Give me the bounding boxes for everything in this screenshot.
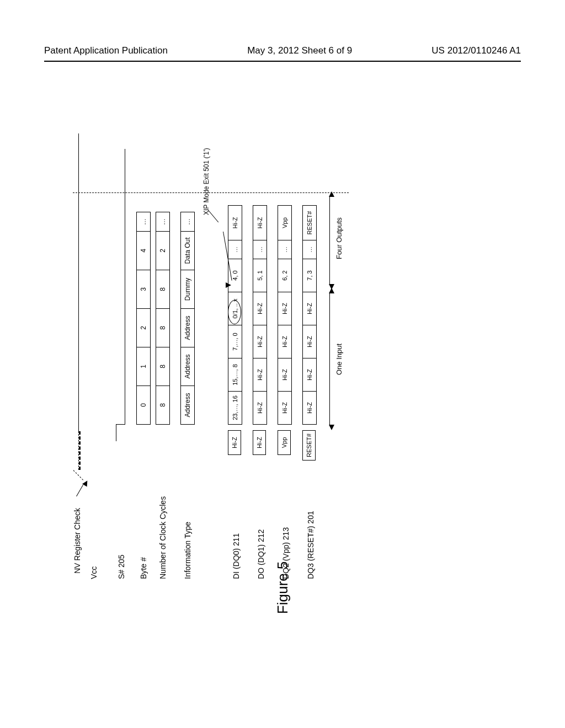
byte-c5: … [137,212,150,231]
header-center: May 3, 2012 Sheet 6 of 9 [247,45,352,56]
s-num-label: S# 205 [117,555,126,579]
dq2-row: Hi-Z Hi-Z Hi-Z Hi-Z 6, 2 … Vpp [278,205,292,425]
di-lead: Hi-Z [228,430,241,455]
dq3-c4: 7, 3 [303,259,316,292]
di-c1: 15,…, 8 [228,358,242,391]
figure-label: Figure 5 [274,561,291,614]
nv-register-check-label: NV Register Check [73,508,82,574]
dq2-c0: Hi-Z [278,391,291,424]
clk-c3: 8 [156,270,169,308]
dq3-lead: RESET# [302,430,316,461]
di-c0: 23,…, 16 [228,391,242,424]
one-input-label: One Input [335,344,343,375]
s-fall [116,424,125,425]
right-dashed-divider [73,192,349,193]
clk-row: 8 8 8 8 2 … [156,212,170,425]
info-label: Information Type [183,522,192,579]
header-rule [44,61,521,62]
dq3-c3: Hi-Z [303,292,316,325]
byte-c0: 0 [137,386,150,424]
di-label: DI (DQ0) 211 [232,533,241,579]
dq2-c2: Hi-Z [278,325,291,358]
dq3-label: DQ3 (RESET#) 201 [306,511,315,579]
info-c5: … [181,212,194,231]
header-left: Patent Application Publication [44,45,168,56]
dq2-lead: Vpp [278,430,291,455]
di-c2: 7,…, 0 [228,325,242,358]
clk-c5: … [156,212,169,231]
dq3-c0: Hi-Z [303,391,316,424]
do-c1: Hi-Z [253,358,266,391]
header-right: US 2012/0110246 A1 [431,45,521,56]
do-row: Hi-Z Hi-Z Hi-Z Hi-Z 5, 1 … Hi-Z [253,205,267,425]
info-c2: Address [181,308,194,347]
dq3-c5: … [303,240,316,259]
timing-diagram: NV Register Check Vcc S# 205 Byte # 0 1 … [73,110,492,579]
clk-c0: 8 [156,386,169,424]
byte-c2: 2 [137,308,150,347]
dq3-c1: Hi-Z [303,358,316,391]
byte-c4: 4 [137,231,150,270]
do-c6: Hi-Z [253,206,266,240]
do-c3: Hi-Z [253,292,266,325]
s-lo [125,149,125,425]
dq2-c5: … [278,240,291,259]
do-c4: 5, 1 [253,259,266,292]
vcc-label: Vcc [89,566,98,579]
clk-label: Number of Clock Cycles [158,496,167,579]
do-label: DO (DQ1) 212 [257,529,265,579]
dq2-c3: Hi-Z [278,292,291,325]
do-lead: Hi-Z [253,430,266,455]
clk-c4: 2 [156,231,169,270]
di-c6: Hi-Z [228,206,242,240]
dq2-c1: Hi-Z [278,358,291,391]
four-outputs-line [329,196,330,284]
di-c4: 4, 0 [228,259,242,292]
info-c3: Dummy [181,270,194,308]
one-input-line [329,292,330,425]
clk-c2: 8 [156,308,169,347]
nv-register-check-arrow [76,480,87,496]
vcc-rise [73,470,83,480]
byte-num-label: Byte # [139,557,148,579]
dq3-c2: Hi-Z [303,325,316,358]
vcc-line-solid [78,133,79,431]
xip-ellipse [228,300,241,324]
four-outputs-label: Four Outputs [335,217,343,259]
page-header: Patent Application Publication May 3, 20… [44,45,521,56]
byte-c1: 1 [137,347,150,386]
dq3-c6: RESET# [303,206,316,240]
byte-c3: 3 [137,270,150,308]
dq2-c6: Vpp [278,206,291,240]
do-c5: … [253,240,266,259]
info-row: Address Address Address Dummy Data Out … [180,212,195,425]
info-c4: Data Out [181,231,194,270]
info-c0: Address [181,386,194,424]
dq2-c4: 6, 2 [278,259,291,292]
xip-exit-leader2 [207,210,218,223]
vcc-line-dashed [78,431,81,470]
di-c5: … [228,240,242,259]
clk-c1: 8 [156,347,169,386]
do-c2: Hi-Z [253,325,266,358]
do-c0: Hi-Z [253,391,266,424]
dq3-row: Hi-Z Hi-Z Hi-Z Hi-Z 7, 3 … RESET# [302,205,317,425]
byte-num-row: 0 1 2 3 4 … [136,212,151,425]
xip-exit-label: XIP Mode Exit 501 ('1') [202,148,210,215]
info-c1: Address [181,347,194,386]
s-hi [116,425,116,441]
